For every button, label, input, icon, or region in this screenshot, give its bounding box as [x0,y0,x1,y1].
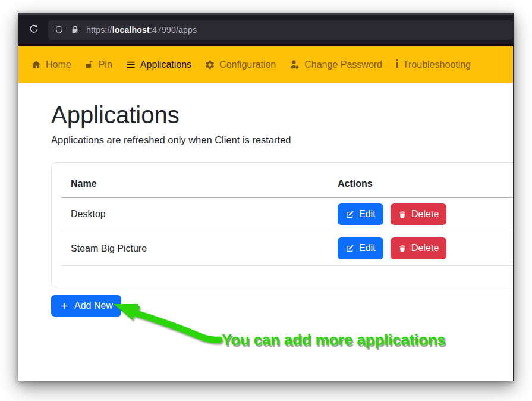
lock-warning-icon[interactable] [70,24,81,36]
list-icon [125,59,136,70]
plus-icon [59,301,70,311]
nav-label: Applications [140,59,191,70]
nav-label: Troubleshooting [403,59,471,70]
add-new-button[interactable]: Add New [51,295,121,317]
info-icon: i [395,59,399,70]
table-header-row: Name Actions [61,173,513,198]
edit-icon [345,244,354,253]
user-badge-icon [289,59,300,70]
applications-card: Name Actions Desktop [51,162,513,287]
browser-toolbar: https://localhost:47990/apps [18,15,513,46]
edit-button[interactable]: Edit [338,237,383,259]
delete-button-label: Delete [411,242,439,255]
gear-icon [204,59,215,70]
nav-label: Change Password [304,59,382,70]
url-bar[interactable]: https://localhost:47990/apps [48,20,513,40]
table-row: Desktop Edit [61,198,513,231]
url-host: localhost [112,25,150,35]
shield-icon[interactable] [54,25,64,35]
table-row: Steam Big Picture Edit [61,231,513,265]
delete-button[interactable]: Delete [391,237,446,259]
reload-icon [29,24,39,36]
page-subtitle: Applications are refreshed only when Cli… [51,134,513,146]
app-name: Desktop [61,198,328,231]
edit-button-label: Edit [359,242,376,255]
url-text: https://localhost:47990/apps [86,25,197,35]
delete-button[interactable]: Delete [391,203,446,225]
url-path: :47990/apps [150,25,197,35]
trash-icon [398,244,407,253]
column-header-name: Name [61,173,328,198]
nav-item-change-password[interactable]: Change Password [282,54,389,75]
screenshot-stage: https://localhost:47990/apps Home [0,0,532,401]
edit-button[interactable]: Edit [338,203,383,225]
nav-item-applications[interactable]: Applications [119,55,198,75]
nav-item-pin[interactable]: Pin [78,55,119,75]
browser-window: https://localhost:47990/apps Home [18,13,514,381]
edit-button-label: Edit [359,208,376,221]
actions-cell: Edit Delete [328,231,513,265]
delete-button-label: Delete [411,208,439,221]
applications-table: Name Actions Desktop [61,173,513,266]
edit-icon [345,210,354,219]
nav-label: Configuration [219,59,276,70]
add-new-button-label: Add New [74,299,113,312]
nav-item-troubleshooting[interactable]: i Troubleshooting [389,55,477,75]
unlock-icon [84,59,95,70]
url-scheme: https:// [86,25,112,35]
main-navbar: Home Pin Ap [18,46,513,83]
nav-label: Home [46,59,71,70]
trash-icon [398,210,407,219]
nav-label: Pin [99,59,112,70]
actions-cell: Edit Delete [328,198,513,231]
column-header-actions: Actions [328,173,513,198]
home-icon [31,59,42,70]
page-title: Applications [51,101,513,129]
nav-item-configuration[interactable]: Configuration [198,55,282,75]
nav-item-home[interactable]: Home [24,55,78,75]
reload-button[interactable] [24,21,42,39]
annotation-text: You can add more applications [222,331,446,349]
page-content: Applications Applications are refreshed … [18,83,513,381]
app-name: Steam Big Picture [61,231,328,265]
